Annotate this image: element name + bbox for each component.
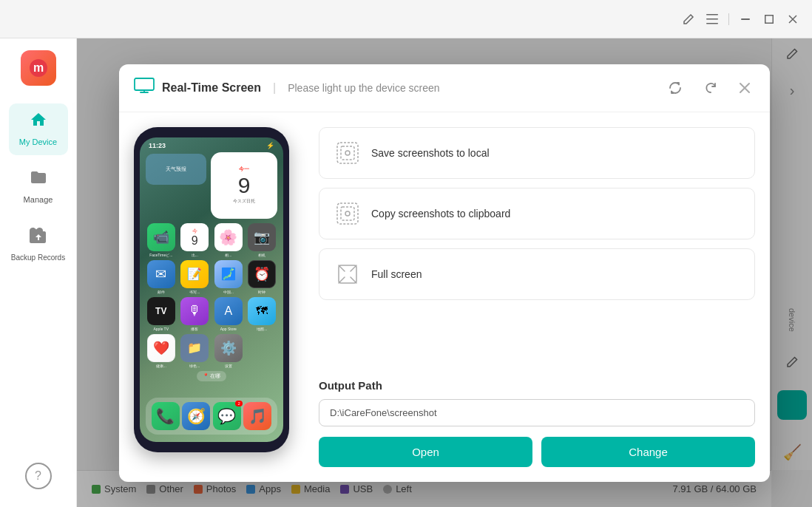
- blank-icon: [248, 334, 276, 362]
- settings-app: ⚙️ 设置: [213, 334, 244, 368]
- calendar-day: 9: [238, 173, 251, 198]
- save-screenshots-label: Save screenshots to local: [371, 147, 490, 159]
- facetime-label: FaceTimeビ...: [149, 253, 172, 257]
- phone-dock-safari: 🧭: [182, 402, 210, 430]
- phone-dock-phone: 📞: [152, 402, 180, 430]
- phone-screen: 11:23 ⚡ 天气: [140, 137, 283, 442]
- sidebar: m My Device Manage: [0, 38, 77, 507]
- maps-icon: 🗺: [248, 297, 276, 325]
- svg-rect-9: [341, 146, 354, 160]
- podcasts-icon: 🎙: [180, 297, 209, 325]
- app-grid-1: 📹 FaceTimeビ... 今: [146, 223, 277, 257]
- output-path-label: Output Path: [319, 379, 755, 392]
- svg-point-13: [345, 211, 350, 216]
- folder-label: 绿色...: [189, 364, 200, 368]
- appstore-app: 🗾 中国...: [213, 260, 244, 294]
- podcasts-label: 播客: [191, 327, 198, 331]
- phone-frame: 11:23 ⚡ 天气: [134, 127, 289, 452]
- screen-icon: [134, 78, 155, 98]
- real-time-screen-modal: Real-Time Screen | Please light up the d…: [119, 64, 770, 482]
- folder-app: 📁 绿色...: [180, 334, 211, 368]
- appstore2-app: A App Store: [213, 297, 244, 331]
- help-button[interactable]: ?: [25, 463, 52, 489]
- maximize-button[interactable]: [762, 12, 777, 27]
- facetime-app: 📹 FaceTimeビ...: [146, 223, 177, 257]
- camera-icon: 📷: [248, 223, 276, 251]
- refresh-button[interactable]: [663, 76, 687, 100]
- svg-text:m: m: [33, 61, 43, 74]
- svg-rect-1: [706, 18, 718, 20]
- location-row: 📍 在哪: [146, 371, 277, 381]
- mail-icon: ✉: [147, 260, 175, 288]
- photos-app: 🌸 相...: [213, 223, 244, 257]
- svg-rect-7: [135, 78, 154, 90]
- calendar-widget: 今一 9 今スズ日托: [211, 152, 277, 219]
- svg-rect-12: [341, 207, 354, 220]
- mail-app: ✉ 邮件: [146, 260, 177, 294]
- full-screen-card[interactable]: Full screen: [319, 248, 755, 300]
- svg-rect-0: [706, 14, 718, 16]
- notes-icon: 📝: [180, 260, 209, 288]
- svg-rect-3: [741, 18, 750, 20]
- weather-widget: 天气预报: [146, 154, 206, 185]
- phone-dock-music: 🎵: [243, 402, 271, 430]
- open-button[interactable]: Open: [319, 437, 532, 467]
- sidebar-item-my-device[interactable]: My Device: [9, 103, 68, 155]
- modal-close-button[interactable]: [734, 78, 755, 98]
- appletv-label: Apple TV: [154, 327, 169, 331]
- photos-icon: 🌸: [214, 223, 243, 251]
- modal-subtitle: Please light up the device screen: [288, 82, 439, 94]
- facetime-icon: 📹: [147, 223, 175, 251]
- sidebar-item-manage[interactable]: Manage: [9, 161, 68, 213]
- copy-screenshots-label: Copy screenshots to clipboard: [371, 208, 510, 220]
- copy-screenshots-card[interactable]: Copy screenshots to clipboard: [319, 188, 755, 239]
- copy-screenshots-icon: [334, 200, 361, 227]
- phone-dock: 📞 🧭 💬 2: [146, 398, 277, 435]
- edit-icon[interactable]: [681, 12, 696, 27]
- sidebar-item-backup-records[interactable]: Backup Records: [9, 219, 68, 270]
- phone-home-screen: 天气预报 今一 9 今スズ日托: [140, 151, 283, 384]
- output-section: Output Path Open Change: [319, 379, 755, 467]
- calendar-date: 今スズ日托: [233, 198, 255, 205]
- calendar-app-label: 出...: [192, 253, 198, 257]
- close-button[interactable]: [785, 12, 800, 27]
- clock-icon: ⏰: [248, 260, 276, 288]
- photos-label: 相...: [225, 253, 231, 257]
- sidebar-item-manage-label: Manage: [24, 195, 53, 205]
- camera-app: 📷 相机: [247, 223, 278, 257]
- full-screen-icon: [334, 261, 361, 287]
- action-cards: Save screenshots to local: [319, 127, 755, 300]
- appstore2-icon: A: [214, 297, 243, 325]
- notes-app: 📝 书写...: [180, 260, 211, 294]
- backup-records-icon: [30, 227, 47, 249]
- app-logo: m: [21, 50, 56, 86]
- app-body: m My Device Manage: [0, 38, 812, 507]
- appletv-app: TV Apple TV: [146, 297, 177, 331]
- main-content: › device 🧹: [77, 38, 812, 507]
- save-screenshots-card[interactable]: Save screenshots to local: [319, 127, 755, 179]
- appstore-label: 中国...: [223, 290, 234, 294]
- maps-label: 地图...: [257, 327, 267, 331]
- maps-app: 🗺 地图...: [247, 297, 278, 331]
- my-device-icon: [30, 111, 47, 133]
- health-label: 健康...: [156, 364, 166, 368]
- modal-right-panel: Save screenshots to local: [319, 127, 755, 467]
- mail-label: 邮件: [158, 290, 165, 294]
- app-grid-2: ✉ 邮件 📝: [146, 260, 277, 294]
- change-button[interactable]: Change: [541, 437, 755, 467]
- settings-icon: ⚙️: [214, 334, 243, 362]
- rotate-button[interactable]: [699, 76, 723, 100]
- notes-label: 书写...: [189, 290, 200, 294]
- output-path-input[interactable]: [319, 399, 755, 426]
- title-bar: [0, 0, 812, 38]
- phone-status-bar: 11:23 ⚡: [140, 137, 283, 151]
- menu-icon[interactable]: [705, 12, 720, 27]
- minimize-button[interactable]: [738, 12, 753, 27]
- modal-header-actions: [663, 76, 755, 100]
- appstore-icon: 🗾: [214, 260, 243, 288]
- health-app: ❤️ 健康...: [146, 334, 177, 368]
- health-icon: ❤️: [147, 334, 175, 362]
- help-icon: ?: [35, 469, 41, 483]
- phone-preview: 11:23 ⚡ 天气: [134, 127, 297, 467]
- svg-point-10: [345, 151, 350, 155]
